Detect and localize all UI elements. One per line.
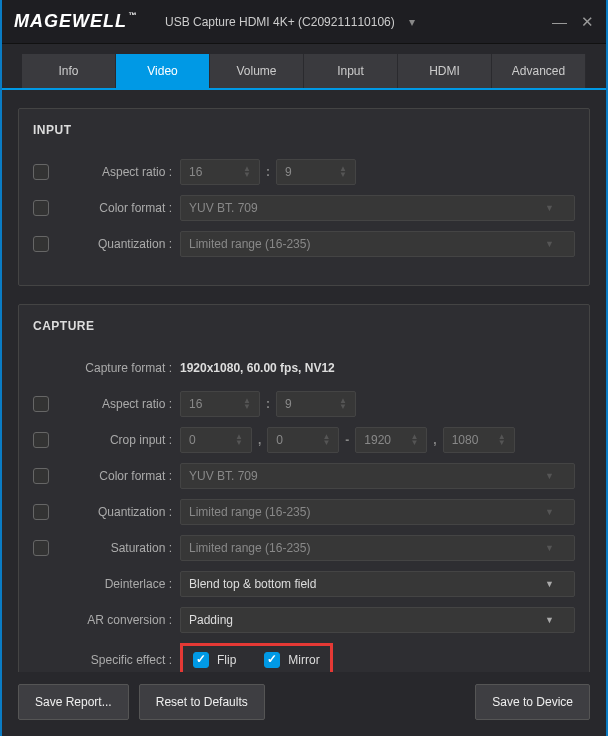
chevron-down-icon: ▼: [545, 615, 554, 625]
deinterlace-label: Deinterlace :: [65, 577, 180, 591]
deinterlace-select[interactable]: Blend top & bottom field▼: [180, 571, 575, 597]
capture-colorfmt-label: Color format :: [65, 469, 180, 483]
capture-panel: CAPTURE Capture format : 1920x1080, 60.0…: [18, 304, 590, 672]
reset-defaults-button[interactable]: Reset to Defaults: [139, 684, 265, 720]
tab-video[interactable]: Video: [116, 54, 210, 88]
mirror-checkbox[interactable]: [264, 652, 280, 668]
crop-h-spinner[interactable]: 1080▲▼: [443, 427, 515, 453]
capture-panel-title: CAPTURE: [33, 319, 575, 333]
capture-quant-checkbox[interactable]: [33, 504, 49, 520]
input-colorfmt-select[interactable]: YUV BT. 709▼: [180, 195, 575, 221]
input-colorfmt-checkbox[interactable]: [33, 200, 49, 216]
minimize-button[interactable]: —: [552, 13, 567, 31]
input-panel: INPUT Aspect ratio : 16▲▼ : 9▲▼ Color fo…: [18, 108, 590, 286]
device-dropdown[interactable]: USB Capture HDMI 4K+ (C209211110106) ▾: [165, 15, 415, 29]
capture-aspect-checkbox[interactable]: [33, 396, 49, 412]
device-name: USB Capture HDMI 4K+ (C209211110106): [165, 15, 395, 29]
footer: Save Report... Reset to Defaults Save to…: [2, 672, 606, 736]
capture-quant-select[interactable]: Limited range (16-235)▼: [180, 499, 575, 525]
capture-format-value: 1920x1080, 60.00 fps, NV12: [180, 356, 335, 380]
capture-quant-label: Quantization :: [65, 505, 180, 519]
ar-conversion-label: AR conversion :: [65, 613, 180, 627]
mirror-label: Mirror: [288, 653, 319, 667]
input-quant-select[interactable]: Limited range (16-235)▼: [180, 231, 575, 257]
app-logo: MAGEWELL™: [14, 11, 137, 32]
crop-y-spinner[interactable]: 0▲▼: [267, 427, 339, 453]
crop-x-spinner[interactable]: 0▲▼: [180, 427, 252, 453]
capture-aspect-w-spinner[interactable]: 16▲▼: [180, 391, 260, 417]
input-quant-checkbox[interactable]: [33, 236, 49, 252]
ar-conversion-select[interactable]: Padding▼: [180, 607, 575, 633]
tab-info[interactable]: Info: [22, 54, 116, 88]
capture-crop-checkbox[interactable]: [33, 432, 49, 448]
content-area: INPUT Aspect ratio : 16▲▼ : 9▲▼ Color fo…: [2, 90, 606, 672]
specific-effect-label: Specific effect :: [65, 653, 180, 667]
tab-advanced[interactable]: Advanced: [492, 54, 586, 88]
capture-colorfmt-checkbox[interactable]: [33, 468, 49, 484]
flip-checkbox[interactable]: [193, 652, 209, 668]
input-panel-title: INPUT: [33, 123, 575, 137]
input-aspect-label: Aspect ratio :: [65, 165, 180, 179]
chevron-down-icon: ▼: [545, 507, 554, 517]
tab-input[interactable]: Input: [304, 54, 398, 88]
input-aspect-h-spinner[interactable]: 9▲▼: [276, 159, 356, 185]
chevron-down-icon: ▼: [545, 203, 554, 213]
crop-w-spinner[interactable]: 1920▲▼: [355, 427, 427, 453]
tab-volume[interactable]: Volume: [210, 54, 304, 88]
capture-sat-checkbox[interactable]: [33, 540, 49, 556]
chevron-down-icon: ▾: [409, 15, 415, 29]
capture-sat-label: Saturation :: [65, 541, 180, 555]
save-to-device-button[interactable]: Save to Device: [475, 684, 590, 720]
chevron-down-icon: ▼: [545, 471, 554, 481]
app-window: MAGEWELL™ USB Capture HDMI 4K+ (C2092111…: [0, 0, 608, 736]
close-button[interactable]: ✕: [581, 13, 594, 31]
save-report-button[interactable]: Save Report...: [18, 684, 129, 720]
capture-sat-select[interactable]: Limited range (16-235)▼: [180, 535, 575, 561]
chevron-down-icon: ▼: [545, 543, 554, 553]
tab-bar: Info Video Volume Input HDMI Advanced: [2, 44, 606, 90]
capture-aspect-label: Aspect ratio :: [65, 397, 180, 411]
flip-label: Flip: [217, 653, 236, 667]
chevron-down-icon: ▼: [545, 579, 554, 589]
input-quant-label: Quantization :: [65, 237, 180, 251]
input-aspect-w-spinner[interactable]: 16▲▼: [180, 159, 260, 185]
capture-format-label: Capture format :: [65, 361, 180, 375]
input-colorfmt-label: Color format :: [65, 201, 180, 215]
titlebar: MAGEWELL™ USB Capture HDMI 4K+ (C2092111…: [2, 0, 606, 44]
capture-crop-label: Crop input :: [65, 433, 180, 447]
capture-colorfmt-select[interactable]: YUV BT. 709▼: [180, 463, 575, 489]
specific-effect-highlight: Flip Mirror: [180, 643, 333, 672]
chevron-down-icon: ▼: [545, 239, 554, 249]
capture-aspect-h-spinner[interactable]: 9▲▼: [276, 391, 356, 417]
input-aspect-checkbox[interactable]: [33, 164, 49, 180]
tab-hdmi[interactable]: HDMI: [398, 54, 492, 88]
